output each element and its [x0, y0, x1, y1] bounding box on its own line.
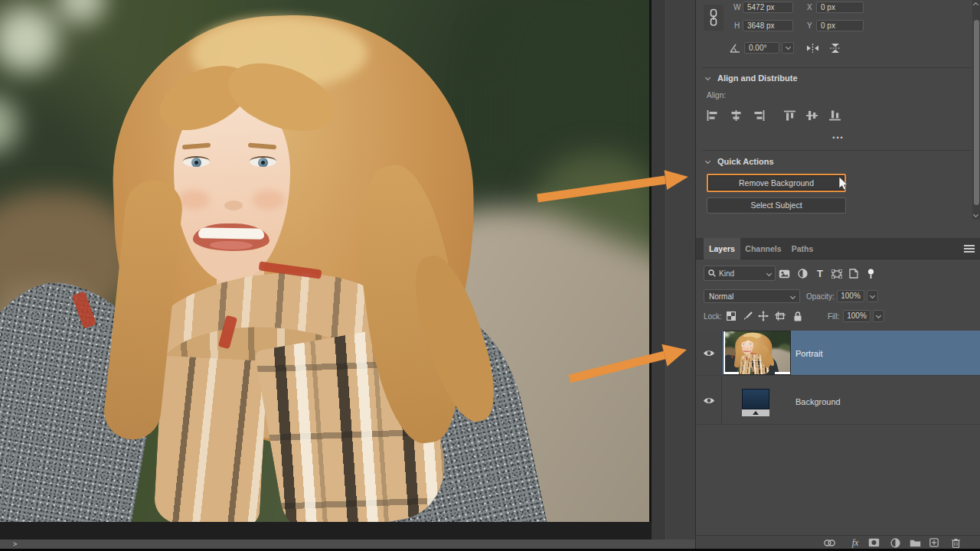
opacity-value-field[interactable]: 100% — [837, 290, 864, 302]
rotate-angle-field[interactable]: 0.00° — [744, 42, 779, 54]
fill-value-field[interactable]: 100% — [843, 310, 871, 322]
layers-panel-tabbar: Layers Channels Paths — [696, 238, 980, 259]
document-window-edge — [0, 522, 652, 540]
tab-channels[interactable]: Channels — [742, 238, 785, 259]
layer-row-portrait[interactable]: Portrait — [696, 331, 980, 376]
layer-filter-kind-dropdown[interactable]: Kind — [704, 266, 776, 281]
new-layer-button[interactable] — [928, 537, 940, 548]
document-canvas[interactable] — [0, 0, 652, 522]
tab-paths[interactable]: Paths — [786, 238, 818, 259]
photo-eye-left — [183, 156, 210, 167]
align-bottom-edges-button[interactable] — [828, 109, 841, 122]
status-chevron[interactable]: > — [13, 540, 17, 548]
layer-name-background[interactable]: Background — [795, 397, 841, 406]
layer-visibility-toggle[interactable] — [696, 377, 722, 424]
search-icon — [708, 269, 716, 277]
filter-toggle-pin-icon[interactable] — [864, 267, 877, 280]
background-layer-thumbnail[interactable] — [742, 389, 769, 409]
rotate-angle-icon — [729, 43, 741, 54]
layer-row-background[interactable]: Background — [696, 377, 980, 425]
panel-menu-icon[interactable] — [964, 245, 975, 254]
align-top-edges-button[interactable] — [782, 109, 796, 122]
right-panel: W 5472 px X 0 px H 3648 px Y 0 px 0.00° — [695, 0, 980, 551]
lock-transparent-pixels-button[interactable] — [724, 310, 738, 322]
height-label: H — [734, 21, 740, 30]
chain-link-icon — [709, 8, 718, 27]
layer-name-portrait[interactable]: Portrait — [795, 349, 822, 358]
chevron-down-icon — [766, 270, 772, 276]
opacity-label: Opacity: — [806, 292, 835, 301]
document-status-bar: > — [0, 540, 695, 549]
width-label: W — [733, 3, 740, 11]
height-field[interactable]: 3648 px — [743, 20, 793, 31]
eye-icon — [703, 396, 715, 405]
photoshop-window: > W 5472 px X 0 px H 3648 px Y 0 px 0.00… — [0, 0, 980, 551]
filter-shape-layers-button[interactable] — [830, 267, 844, 280]
canvas-area: > — [0, 0, 695, 551]
pasteboard — [665, 0, 695, 540]
width-field[interactable]: 5472 px — [743, 2, 793, 13]
scroll-up-icon[interactable] — [973, 2, 978, 8]
layer-visibility-toggle[interactable] — [696, 331, 722, 375]
link-layers-button[interactable] — [823, 537, 835, 548]
scroll-down-icon[interactable] — [973, 212, 978, 217]
new-group-button[interactable] — [909, 537, 921, 548]
adjustment-layer-button[interactable] — [889, 537, 901, 548]
chevron-down-icon — [790, 293, 795, 298]
rotate-angle-dropdown[interactable] — [782, 42, 794, 54]
tab-layers[interactable]: Layers — [704, 238, 740, 259]
constrain-proportions-button[interactable] — [704, 5, 724, 31]
scrollbar-thumb[interactable] — [974, 20, 979, 205]
quick-actions-title[interactable]: Quick Actions — [717, 157, 774, 166]
flip-horizontal-button[interactable] — [806, 43, 819, 54]
portrait-layer-thumbnail[interactable] — [724, 331, 790, 374]
lock-all-button[interactable] — [791, 310, 805, 322]
align-right-edges-button[interactable] — [752, 109, 766, 122]
flip-vertical-button[interactable] — [829, 43, 841, 54]
blend-mode-dropdown[interactable]: Normal — [704, 289, 800, 303]
y-label: Y — [807, 21, 812, 30]
align-left-edges-button[interactable] — [705, 109, 719, 122]
remove-background-button[interactable]: Remove Background — [707, 174, 846, 192]
canvas-photo-art — [0, 0, 649, 522]
lock-label: Lock: — [704, 312, 722, 321]
photo-eye-right — [250, 156, 276, 167]
properties-scrollbar[interactable] — [972, 0, 980, 220]
layer-styles-button[interactable]: fx — [849, 537, 861, 548]
x-label: X — [807, 3, 812, 11]
eye-icon — [703, 349, 715, 357]
opacity-dropdown[interactable] — [867, 290, 878, 302]
delete-layer-button[interactable] — [949, 537, 962, 548]
filter-type-layers-button[interactable]: T — [813, 267, 827, 280]
select-subject-button[interactable]: Select Subject — [707, 197, 846, 214]
align-section-chevron-icon[interactable] — [705, 75, 710, 80]
portrait-layer-thumbnail-art — [724, 331, 790, 374]
background-thumbnail-handle — [742, 409, 769, 416]
align-section-title[interactable]: Align and Distribute — [717, 73, 798, 83]
align-label: Align: — [707, 91, 726, 99]
fill-label: Fill: — [828, 312, 840, 321]
filter-smart-objects-button[interactable] — [847, 267, 861, 280]
fill-dropdown[interactable] — [873, 310, 884, 322]
filter-pixel-layers-button[interactable] — [777, 267, 791, 280]
y-field[interactable]: 0 px — [816, 20, 864, 31]
add-layer-mask-button[interactable] — [867, 537, 880, 548]
x-field[interactable]: 0 px — [816, 2, 864, 13]
filter-adjustment-layers-button[interactable] — [795, 267, 809, 280]
kind-label: Kind — [719, 269, 764, 278]
align-horizontal-centers-button[interactable] — [729, 109, 743, 122]
lock-artboard-nesting-button[interactable] — [773, 310, 787, 322]
lock-position-button[interactable] — [756, 310, 770, 322]
quick-actions-chevron-icon[interactable] — [705, 158, 710, 164]
align-more-options-button[interactable]: ••• — [696, 134, 980, 142]
align-vertical-centers-button[interactable] — [805, 109, 818, 122]
lock-image-pixels-button[interactable] — [740, 310, 754, 322]
layers-bottom-toolbar: fx — [696, 535, 980, 549]
